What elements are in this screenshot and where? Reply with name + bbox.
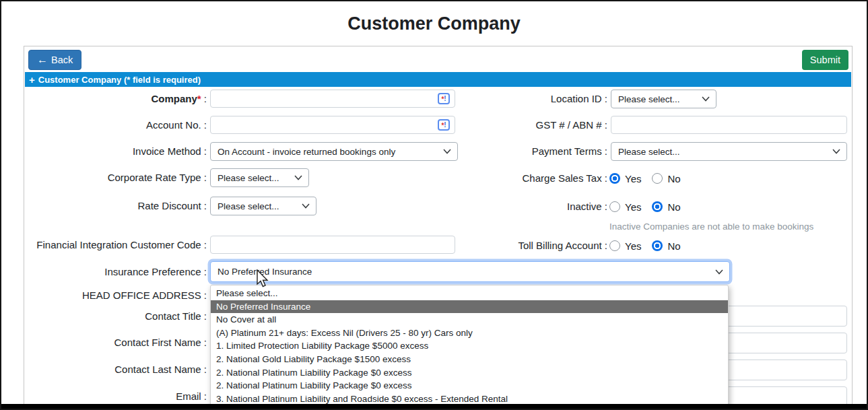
dropdown-option[interactable]: (A) Platinum 21+ days: Excess Nil (Drive… <box>211 327 728 340</box>
page-title: Customer Company <box>1 13 867 34</box>
corporate-rate-type-label: Corporate Rate Type : <box>26 168 207 187</box>
location-id-select[interactable]: Please select... <box>611 90 716 108</box>
dropdown-option[interactable]: Please select... <box>211 287 728 300</box>
submit-button-label: Submit <box>810 55 840 65</box>
mouse-cursor-icon <box>256 269 271 292</box>
back-button[interactable]: ← Back <box>28 50 81 70</box>
rate-discount-value: Please select... <box>218 201 279 211</box>
corporate-rate-type-value: Please select... <box>218 173 279 183</box>
contact-last-name-label: Contact Last Name : <box>26 360 207 380</box>
financial-integration-customer-code-input[interactable] <box>210 236 455 254</box>
payment-terms-value: Please select... <box>618 147 680 157</box>
dropdown-option[interactable]: No Cover at all <box>211 313 728 327</box>
customer-company-page: Customer Company ← Back Submit + Custome… <box>0 0 868 410</box>
corporate-rate-type-select[interactable]: Please select... <box>210 168 309 187</box>
insurance-preference-select[interactable]: No Preferred Insurance <box>210 261 730 282</box>
contact-title-label: Contact Title : <box>26 306 207 327</box>
dropdown-option[interactable]: 2. National Platinum Liability Package $… <box>211 366 728 380</box>
bottom-border-bar <box>1 404 867 409</box>
chevron-down-icon <box>715 269 723 275</box>
charge-sales-tax-no-radio[interactable] <box>652 173 663 184</box>
section-header-label: Customer Company (* field is required) <box>38 75 201 85</box>
financial-integration-customer-code-label: Financial Integration Customer Code : <box>26 236 207 254</box>
yes-label: Yes <box>625 240 641 252</box>
expand-plus-icon: + <box>29 74 35 86</box>
gst-abn-input[interactable] <box>611 116 847 134</box>
no-label: No <box>667 240 680 252</box>
yes-label: Yes <box>625 201 641 213</box>
location-id-label: Location ID : <box>432 90 607 108</box>
section-header-bar[interactable]: + Customer Company (* field is required) <box>25 72 851 87</box>
toll-billing-account-radio-group: Yes No <box>609 236 692 255</box>
yes-label: Yes <box>625 173 641 184</box>
company-label: Company* : <box>26 90 207 108</box>
location-id-value: Please select... <box>618 94 680 104</box>
no-label: No <box>667 173 680 184</box>
no-label: No <box>667 201 680 213</box>
chevron-down-icon <box>302 203 310 209</box>
invoice-method-select[interactable]: On Account - invoice returned bookings o… <box>210 142 458 161</box>
inactive-no-radio[interactable] <box>652 201 663 212</box>
invoice-method-label: Invoice Method : <box>26 142 207 161</box>
chevron-down-icon <box>832 149 840 154</box>
payment-terms-select[interactable]: Please select... <box>611 142 847 161</box>
charge-sales-tax-yes-radio[interactable] <box>609 173 620 184</box>
charge-sales-tax-label: Charge Sales Tax : <box>432 169 607 188</box>
toll-billing-account-label: Toll Billing Account : <box>432 236 607 255</box>
back-arrow-icon: ← <box>37 54 48 66</box>
inactive-label: Inactive : <box>432 197 607 216</box>
dropdown-option[interactable]: 2. National Platinum Liability Package $… <box>211 379 728 392</box>
dropdown-option[interactable]: 1. Limited Protection Liability Package … <box>211 339 728 353</box>
payment-terms-label: Payment Terms : <box>432 142 607 161</box>
dropdown-option-highlighted[interactable]: No Preferred Insurance <box>211 300 728 314</box>
toll-billing-yes-radio[interactable] <box>609 240 620 251</box>
account-no-input[interactable] <box>210 116 455 134</box>
contact-first-name-label: Contact First Name : <box>26 333 207 353</box>
invoice-method-value: On Account - invoice returned bookings o… <box>218 147 395 157</box>
dropdown-option[interactable]: 2. National Gold Liability Package $1500… <box>211 353 728 366</box>
inactive-radio-group: Yes No <box>609 197 692 216</box>
inactive-helper-text: Inactive Companies are not able to make … <box>609 221 813 232</box>
account-no-label: Account No. : <box>26 116 207 134</box>
charge-sales-tax-radio-group: Yes No <box>609 169 692 188</box>
insurance-preference-label: Insurance Preference : <box>26 261 207 282</box>
rate-discount-label: Rate Discount : <box>26 197 207 215</box>
back-button-label: Back <box>51 55 73 65</box>
company-input[interactable] <box>210 90 455 108</box>
head-office-address-label: HEAD OFFICE ADDRESS : <box>26 286 207 305</box>
submit-button[interactable]: Submit <box>802 50 848 70</box>
toll-billing-no-radio[interactable] <box>652 240 663 251</box>
rate-discount-select[interactable]: Please select... <box>210 197 316 215</box>
insurance-preference-dropdown: Please select... No Preferred Insurance … <box>210 285 729 407</box>
inactive-yes-radio[interactable] <box>609 201 620 212</box>
chevron-down-icon <box>294 175 302 180</box>
chevron-down-icon <box>702 96 710 102</box>
gst-abn-label: GST # / ABN # : <box>432 116 607 134</box>
